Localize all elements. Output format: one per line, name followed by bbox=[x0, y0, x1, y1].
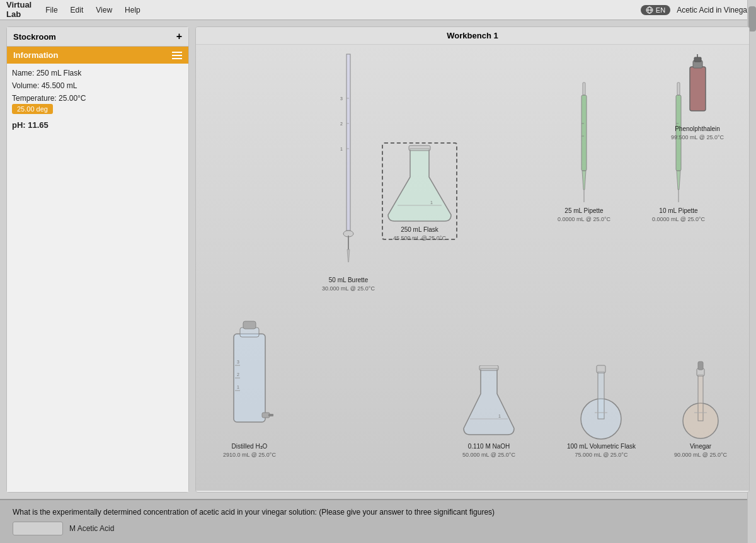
naoh-label: 0.110 M NaOH 50.000 mL @ 25.0°C bbox=[462, 442, 515, 459]
burette-item[interactable]: 3 2 1 50 mL Burette 30.000 mL @ 25.0°C bbox=[322, 48, 375, 293]
distilled-water-svg: 3 2 1 bbox=[221, 315, 278, 441]
stockroom-header: Stockroom + bbox=[7, 27, 188, 47]
edit-menu[interactable]: Edit bbox=[66, 3, 89, 17]
svg-rect-24 bbox=[409, 146, 430, 151]
burette-svg: 3 2 1 bbox=[339, 48, 358, 275]
svg-text:1: 1 bbox=[340, 147, 343, 151]
main-area: Stockroom + Information Name: 250 mL Fla… bbox=[0, 20, 756, 543]
lab-content: Stockroom + Information Name: 250 mL Fla… bbox=[0, 20, 756, 499]
globe-icon bbox=[646, 6, 653, 14]
svg-marker-23 bbox=[347, 249, 350, 262]
menu-bar: Virtual Lab File Edit View Help EN Aceti… bbox=[0, 0, 756, 20]
svg-text:1: 1 bbox=[498, 414, 501, 418]
vinegar-svg bbox=[680, 353, 721, 441]
naoh-item[interactable]: 1 0.110 M NaOH 50.000 mL @ 25.0°C bbox=[461, 365, 517, 459]
volumetric-flask-svg bbox=[576, 353, 626, 441]
stockroom-add-button[interactable]: + bbox=[176, 31, 182, 42]
volumetric-flask-item[interactable]: 100 mL Volumetric Flask 75.000 mL @ 25.0… bbox=[567, 353, 636, 459]
burette-label: 50 mL Burette 30.000 mL @ 25.0°C bbox=[322, 276, 375, 293]
svg-text:2: 2 bbox=[237, 372, 239, 377]
pipette-25-item[interactable]: 25 mL Pipette 0.0000 mL @ 25.0°C bbox=[558, 79, 610, 224]
info-label: Information bbox=[13, 50, 59, 60]
info-content: Name: 250 mL Flask Volume: 45.500 mL Tem… bbox=[7, 64, 188, 492]
svg-rect-48 bbox=[597, 365, 605, 373]
flask-250-label: 250 mL Flask 45.500 mL @ 25.0°C bbox=[393, 226, 446, 243]
svg-text:1: 1 bbox=[430, 200, 433, 205]
left-panel: Stockroom + Information Name: 250 mL Fla… bbox=[6, 26, 189, 493]
question-text: What is the experimentally determined co… bbox=[13, 508, 743, 517]
pipette-10-label: 10 mL Pipette 0.0000 mL @ 25.0°C bbox=[652, 207, 705, 224]
temp-button[interactable]: 25.00 deg bbox=[12, 104, 53, 114]
temp-label: Temperature: 25.00°C bbox=[12, 94, 86, 103]
naoh-svg: 1 bbox=[461, 365, 517, 441]
volumetric-flask-label: 100 mL Volumetric Flask 75.000 mL @ 25.0… bbox=[567, 442, 636, 459]
distilled-water-item[interactable]: 3 2 1 Distilled H₂O 2910.0 mL @ 25.0°C bbox=[221, 315, 278, 459]
flask-name: Name: 250 mL Flask bbox=[12, 69, 183, 77]
stockroom-label: Stockroom bbox=[13, 32, 56, 42]
svg-text:1: 1 bbox=[237, 385, 239, 389]
svg-rect-27 bbox=[479, 365, 498, 370]
question-area: What is the experimentally determined co… bbox=[0, 499, 756, 543]
temperature-row: Temperature: 25.00°C 25.00 deg bbox=[12, 94, 183, 114]
svg-rect-30 bbox=[583, 83, 585, 95]
phenolphthalein-item[interactable]: Phenolphthalein 99.500 mL @ 25.0°C bbox=[671, 54, 724, 142]
flask-250-item[interactable]: 1 250 mL Flask 45.500 mL @ 25.0°C bbox=[385, 142, 454, 243]
svg-rect-51 bbox=[698, 375, 703, 421]
svg-text:2: 2 bbox=[340, 122, 343, 126]
vinegar-item[interactable]: Vinegar 90.000 mL @ 25.0°C bbox=[674, 353, 727, 459]
answer-unit: M Acetic Acid bbox=[69, 524, 114, 533]
experiment-title: Acetic Acid in Vinegar bbox=[677, 6, 750, 14]
view-menu[interactable]: View bbox=[91, 3, 117, 17]
workbench: Workbench 1 3 2 1 bbox=[195, 26, 750, 493]
svg-marker-40 bbox=[677, 171, 680, 190]
bench-area: 3 2 1 Distilled H₂O 2910.0 mL @ 25.0°C bbox=[196, 45, 749, 491]
app-logo: Virtual Lab bbox=[6, 1, 32, 19]
info-header: Information bbox=[7, 47, 188, 64]
svg-rect-13 bbox=[268, 414, 273, 416]
distilled-water-label: Distilled H₂O 2910.0 mL @ 25.0°C bbox=[223, 442, 276, 459]
pipette-25-svg bbox=[578, 79, 590, 205]
language-button[interactable]: EN bbox=[641, 5, 670, 15]
answer-row: M Acetic Acid bbox=[13, 522, 743, 535]
pipette-25-label: 25 mL Pipette 0.0000 mL @ 25.0°C bbox=[558, 207, 610, 224]
svg-text:3: 3 bbox=[340, 96, 343, 101]
ph-row: pH: 11.65 bbox=[12, 120, 183, 130]
svg-text:3: 3 bbox=[237, 360, 239, 364]
phenolphthalein-svg bbox=[680, 54, 715, 123]
hamburger-menu[interactable] bbox=[172, 52, 182, 59]
flask-250-svg: 1 bbox=[385, 142, 454, 224]
svg-rect-44 bbox=[694, 57, 701, 62]
svg-rect-42 bbox=[690, 67, 706, 111]
flask-volume: Volume: 45.500 mL bbox=[12, 81, 183, 90]
svg-rect-47 bbox=[598, 372, 604, 419]
svg-marker-34 bbox=[582, 171, 586, 190]
help-menu[interactable]: Help bbox=[120, 3, 146, 17]
svg-rect-14 bbox=[346, 54, 350, 231]
svg-rect-5 bbox=[243, 321, 256, 329]
svg-rect-31 bbox=[581, 95, 587, 171]
svg-rect-53 bbox=[698, 362, 703, 370]
phenolphthalein-label: Phenolphthalein 99.500 mL @ 25.0°C bbox=[671, 125, 724, 142]
file-menu[interactable]: File bbox=[40, 3, 62, 17]
answer-input[interactable] bbox=[13, 522, 63, 535]
menu-right: EN Acetic Acid in Vinegar bbox=[641, 5, 750, 15]
vinegar-label: Vinegar 90.000 mL @ 25.0°C bbox=[674, 442, 727, 459]
workbench-title: Workbench 1 bbox=[196, 27, 749, 45]
